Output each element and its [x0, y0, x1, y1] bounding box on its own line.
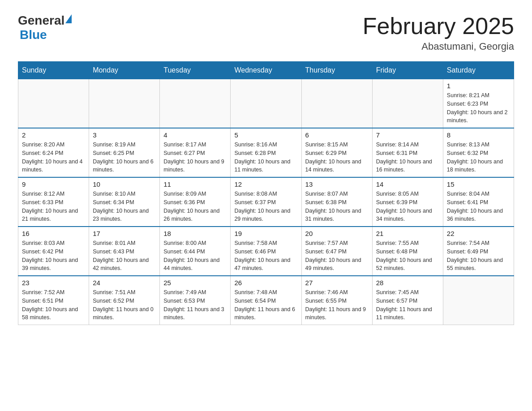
calendar-day-cell: 7Sunrise: 8:14 AMSunset: 6:31 PMDaylight…	[372, 128, 443, 177]
calendar-week-row: 2Sunrise: 8:20 AMSunset: 6:24 PMDaylight…	[18, 128, 514, 177]
day-of-week-header: Friday	[372, 62, 443, 79]
calendar-week-row: 16Sunrise: 8:03 AMSunset: 6:42 PMDayligh…	[18, 227, 514, 276]
day-info: Sunrise: 8:17 AMSunset: 6:27 PMDaylight:…	[163, 141, 227, 174]
calendar-day-cell: 16Sunrise: 8:03 AMSunset: 6:42 PMDayligh…	[18, 227, 89, 276]
title-area: February 2025 Abastumani, Georgia	[363, 13, 514, 52]
day-number: 17	[93, 230, 156, 237]
calendar-day-cell: 6Sunrise: 8:15 AMSunset: 6:29 PMDaylight…	[301, 128, 372, 177]
calendar-day-cell: 11Sunrise: 8:09 AMSunset: 6:36 PMDayligh…	[160, 177, 231, 227]
logo-general-text: General	[18, 13, 64, 28]
day-info: Sunrise: 7:46 AMSunset: 6:55 PMDaylight:…	[305, 288, 369, 322]
calendar-day-cell	[372, 79, 443, 128]
calendar-day-cell: 8Sunrise: 8:13 AMSunset: 6:32 PMDaylight…	[443, 128, 514, 177]
day-info: Sunrise: 8:15 AMSunset: 6:29 PMDaylight:…	[305, 141, 369, 174]
day-info: Sunrise: 7:48 AMSunset: 6:54 PMDaylight:…	[234, 288, 297, 322]
month-title: February 2025	[363, 13, 514, 39]
day-number: 7	[376, 131, 439, 139]
day-of-week-header: Saturday	[443, 62, 514, 79]
day-number: 28	[376, 279, 439, 287]
day-number: 8	[447, 131, 510, 139]
day-number: 15	[447, 180, 510, 188]
calendar-day-cell	[443, 276, 514, 325]
day-number: 16	[22, 230, 85, 237]
day-number: 19	[234, 230, 297, 237]
day-info: Sunrise: 7:51 AMSunset: 6:52 PMDaylight:…	[93, 288, 156, 322]
calendar-day-cell: 17Sunrise: 8:01 AMSunset: 6:43 PMDayligh…	[89, 227, 160, 276]
day-info: Sunrise: 7:58 AMSunset: 6:46 PMDaylight:…	[234, 239, 297, 273]
calendar-day-cell: 25Sunrise: 7:49 AMSunset: 6:53 PMDayligh…	[160, 276, 231, 325]
day-number: 22	[447, 230, 510, 237]
day-info: Sunrise: 8:14 AMSunset: 6:31 PMDaylight:…	[376, 141, 439, 174]
day-number: 6	[305, 131, 369, 139]
calendar-week-row: 23Sunrise: 7:52 AMSunset: 6:51 PMDayligh…	[18, 276, 514, 325]
calendar-day-cell: 27Sunrise: 7:46 AMSunset: 6:55 PMDayligh…	[301, 276, 372, 325]
location-subtitle: Abastumani, Georgia	[363, 41, 514, 52]
day-number: 10	[93, 180, 156, 188]
day-number: 3	[93, 131, 156, 139]
day-number: 12	[234, 180, 297, 188]
day-info: Sunrise: 8:07 AMSunset: 6:38 PMDaylight:…	[305, 190, 369, 223]
calendar-header-row: SundayMondayTuesdayWednesdayThursdayFrid…	[18, 62, 514, 79]
calendar-day-cell: 19Sunrise: 7:58 AMSunset: 6:46 PMDayligh…	[231, 227, 301, 276]
day-number: 21	[376, 230, 439, 237]
day-number: 5	[234, 131, 297, 139]
day-info: Sunrise: 7:55 AMSunset: 6:48 PMDaylight:…	[376, 239, 439, 273]
day-info: Sunrise: 7:49 AMSunset: 6:53 PMDaylight:…	[163, 288, 227, 322]
calendar-day-cell: 4Sunrise: 8:17 AMSunset: 6:27 PMDaylight…	[160, 128, 231, 177]
calendar-day-cell: 12Sunrise: 8:08 AMSunset: 6:37 PMDayligh…	[231, 177, 301, 227]
calendar-day-cell: 9Sunrise: 8:12 AMSunset: 6:33 PMDaylight…	[18, 177, 89, 227]
day-info: Sunrise: 8:20 AMSunset: 6:24 PMDaylight:…	[22, 141, 85, 174]
day-of-week-header: Monday	[89, 62, 160, 79]
calendar-day-cell	[231, 79, 301, 128]
day-info: Sunrise: 7:54 AMSunset: 6:49 PMDaylight:…	[447, 239, 510, 273]
day-number: 20	[305, 230, 369, 237]
calendar-day-cell	[160, 79, 231, 128]
day-info: Sunrise: 8:08 AMSunset: 6:37 PMDaylight:…	[234, 190, 297, 223]
logo-triangle-icon	[65, 14, 72, 23]
day-number: 13	[305, 180, 369, 188]
calendar-day-cell	[18, 79, 89, 128]
day-number: 2	[22, 131, 85, 139]
day-info: Sunrise: 7:45 AMSunset: 6:57 PMDaylight:…	[376, 288, 439, 322]
day-info: Sunrise: 8:01 AMSunset: 6:43 PMDaylight:…	[93, 239, 156, 273]
calendar-day-cell: 26Sunrise: 7:48 AMSunset: 6:54 PMDayligh…	[231, 276, 301, 325]
calendar-day-cell: 23Sunrise: 7:52 AMSunset: 6:51 PMDayligh…	[18, 276, 89, 325]
day-info: Sunrise: 8:09 AMSunset: 6:36 PMDaylight:…	[163, 190, 227, 223]
calendar-day-cell: 2Sunrise: 8:20 AMSunset: 6:24 PMDaylight…	[18, 128, 89, 177]
day-of-week-header: Tuesday	[160, 62, 231, 79]
day-number: 1	[447, 82, 510, 90]
day-number: 23	[22, 279, 85, 287]
calendar-day-cell: 21Sunrise: 7:55 AMSunset: 6:48 PMDayligh…	[372, 227, 443, 276]
day-info: Sunrise: 8:21 AMSunset: 6:23 PMDaylight:…	[447, 91, 510, 125]
day-number: 14	[376, 180, 439, 188]
day-of-week-header: Sunday	[18, 62, 89, 79]
calendar-day-cell: 20Sunrise: 7:57 AMSunset: 6:47 PMDayligh…	[301, 227, 372, 276]
day-number: 9	[22, 180, 85, 188]
day-of-week-header: Wednesday	[231, 62, 301, 79]
page-header: General Blue February 2025 Abastumani, G…	[18, 13, 514, 52]
day-number: 4	[163, 131, 227, 139]
day-info: Sunrise: 8:04 AMSunset: 6:41 PMDaylight:…	[447, 190, 510, 223]
day-info: Sunrise: 7:52 AMSunset: 6:51 PMDaylight:…	[22, 288, 85, 322]
day-info: Sunrise: 8:00 AMSunset: 6:44 PMDaylight:…	[163, 239, 227, 273]
day-number: 27	[305, 279, 369, 287]
day-of-week-header: Thursday	[301, 62, 372, 79]
calendar-week-row: 9Sunrise: 8:12 AMSunset: 6:33 PMDaylight…	[18, 177, 514, 227]
calendar-day-cell: 18Sunrise: 8:00 AMSunset: 6:44 PMDayligh…	[160, 227, 231, 276]
calendar-day-cell: 24Sunrise: 7:51 AMSunset: 6:52 PMDayligh…	[89, 276, 160, 325]
calendar-table: SundayMondayTuesdayWednesdayThursdayFrid…	[18, 61, 514, 325]
day-info: Sunrise: 8:19 AMSunset: 6:25 PMDaylight:…	[93, 141, 156, 174]
day-info: Sunrise: 8:10 AMSunset: 6:34 PMDaylight:…	[93, 190, 156, 223]
day-number: 11	[163, 180, 227, 188]
calendar-day-cell: 1Sunrise: 8:21 AMSunset: 6:23 PMDaylight…	[443, 79, 514, 128]
calendar-day-cell: 28Sunrise: 7:45 AMSunset: 6:57 PMDayligh…	[372, 276, 443, 325]
calendar-day-cell: 10Sunrise: 8:10 AMSunset: 6:34 PMDayligh…	[89, 177, 160, 227]
calendar-day-cell: 3Sunrise: 8:19 AMSunset: 6:25 PMDaylight…	[89, 128, 160, 177]
day-info: Sunrise: 8:16 AMSunset: 6:28 PMDaylight:…	[234, 141, 297, 174]
calendar-day-cell	[89, 79, 160, 128]
calendar-day-cell: 13Sunrise: 8:07 AMSunset: 6:38 PMDayligh…	[301, 177, 372, 227]
day-info: Sunrise: 7:57 AMSunset: 6:47 PMDaylight:…	[305, 239, 369, 273]
day-number: 18	[163, 230, 227, 237]
calendar-day-cell: 15Sunrise: 8:04 AMSunset: 6:41 PMDayligh…	[443, 177, 514, 227]
day-info: Sunrise: 8:05 AMSunset: 6:39 PMDaylight:…	[376, 190, 439, 223]
